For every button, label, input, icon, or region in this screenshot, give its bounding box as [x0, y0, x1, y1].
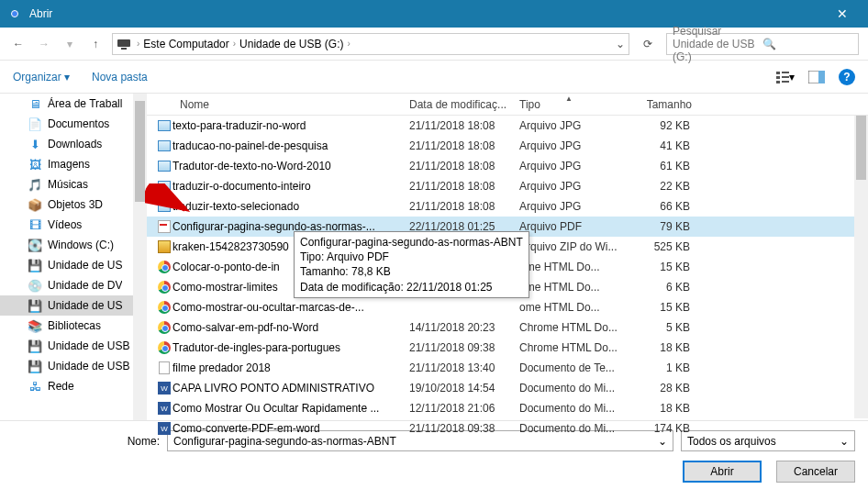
chrome-icon: [156, 300, 172, 315]
file-row[interactable]: WComo-converte-PDF-em-word21/11/2018 09:…: [147, 418, 868, 439]
sidebar-item-desktop[interactable]: 🖥Área de Traball: [0, 94, 147, 114]
file-row[interactable]: Como-salvar-em-pdf-no-Word14/11/2018 20:…: [147, 317, 868, 338]
svg-rect-0: [117, 39, 130, 47]
usb-icon: 💾: [28, 359, 42, 373]
search-input[interactable]: Pesquisar Unidade de USB (G:) 🔍: [666, 33, 859, 55]
svg-line-10: [147, 187, 185, 209]
preview-pane-button[interactable]: [807, 71, 826, 83]
sidebar-scrollbar[interactable]: [133, 94, 147, 420]
breadcrumb-root[interactable]: Este Computador: [143, 38, 228, 50]
file-row[interactable]: traduzir-texto-selecionado21/11/2018 18:…: [147, 196, 868, 217]
svg-rect-4: [776, 81, 780, 83]
file-scrollbar[interactable]: [854, 116, 868, 418]
up-button[interactable]: ↑: [86, 35, 105, 53]
svg-rect-1: [121, 48, 127, 50]
file-tooltip: Configurar-pagina-segundo-as-normas-ABNT…: [294, 231, 529, 298]
search-icon: 🔍: [762, 38, 852, 50]
cancel-button[interactable]: Cancelar: [776, 461, 855, 483]
sidebar-item-download[interactable]: ⬇Downloads: [0, 134, 147, 154]
lib-icon: 📚: [28, 318, 42, 333]
sidebar-item-net[interactable]: 🖧Rede: [0, 376, 147, 396]
svg-rect-3: [776, 76, 780, 79]
file-row[interactable]: Como-mostrar-ou-ocultar-marcas-de-...ome…: [147, 297, 868, 317]
breadcrumb-dropdown[interactable]: ⌄: [616, 38, 625, 50]
sidebar-item-doc[interactable]: 📄Documentos: [0, 114, 147, 134]
file-row[interactable]: texto-para-traduzir-no-word21/11/2018 18…: [147, 116, 868, 136]
close-icon[interactable]: ✕: [824, 6, 861, 21]
recent-dropdown[interactable]: ▾: [61, 35, 79, 53]
file-row[interactable]: WComo Mostrar Ou Ocultar Rapidamente ...…: [147, 398, 868, 418]
new-folder-button[interactable]: Nova pasta: [92, 71, 148, 83]
file-row[interactable]: filme predador 201821/11/2018 13:40Docum…: [147, 358, 868, 378]
chrome-icon: [156, 280, 172, 295]
file-row[interactable]: WCAPA LIVRO PONTO ADMINISTRATIVO19/10/20…: [147, 378, 868, 398]
filename-label: Nome:: [13, 435, 160, 448]
breadcrumb-leaf[interactable]: Unidade de USB (G:): [239, 38, 343, 50]
zip-icon: [156, 239, 172, 254]
word-icon: W: [156, 381, 172, 395]
word-icon: W: [156, 401, 172, 416]
navbar: ← → ▾ ↑ › Este Computador › Unidade de U…: [0, 28, 868, 61]
sort-asc-icon: ▲: [565, 94, 573, 103]
chevron-right-icon: ›: [233, 39, 236, 49]
column-headers: Nome Data de modificaç... ▲Tipo Tamanho: [147, 94, 868, 116]
search-placeholder: Pesquisar Unidade de USB (G:): [673, 25, 762, 63]
column-date[interactable]: Data de modificaç...: [404, 98, 514, 111]
file-row[interactable]: traduzir-o-documento-inteiro21/11/2018 1…: [147, 176, 868, 196]
column-type[interactable]: ▲Tipo: [514, 98, 624, 111]
music-icon: 🎵: [28, 177, 42, 192]
video-icon: 🎞: [28, 217, 42, 232]
sidebar-item-video[interactable]: 🎞Vídeos: [0, 215, 147, 235]
toolbar: Organizar ▾ Nova pasta ▾ ?: [0, 61, 868, 94]
images-icon: 🖼: [28, 157, 42, 172]
view-mode-button[interactable]: ▾: [776, 71, 795, 83]
chevron-right-icon: ›: [137, 39, 139, 49]
file-row[interactable]: Tradutor-de-ingles-para-portugues21/11/2…: [147, 338, 868, 358]
word-icon: W: [156, 421, 172, 436]
sidebar-item-lib[interactable]: 📚Bibliotecas: [0, 316, 147, 336]
sidebar-item-usb[interactable]: 💾Unidade de US: [0, 255, 147, 275]
download-icon: ⬇: [28, 137, 42, 151]
chrome-icon: [7, 6, 22, 21]
doc-icon: 📄: [28, 117, 42, 131]
file-row[interactable]: traducao-no-painel-de-pesquisa21/11/2018…: [147, 136, 868, 156]
help-icon[interactable]: ?: [839, 69, 855, 85]
column-name[interactable]: Nome: [174, 98, 404, 111]
pdf-icon: [156, 219, 172, 234]
sidebar-item-music[interactable]: 🎵Músicas: [0, 174, 147, 194]
organize-button[interactable]: Organizar ▾: [13, 71, 70, 83]
sidebar-item-usb[interactable]: 💾Unidade de USB: [0, 336, 147, 356]
open-button[interactable]: Abrir: [683, 461, 762, 483]
sidebar-item-images[interactable]: 🖼Imagens: [0, 154, 147, 174]
img-icon: [156, 118, 172, 133]
forward-button[interactable]: →: [35, 35, 53, 53]
sidebar-item-3d[interactable]: 📦Objetos 3D: [0, 194, 147, 215]
svg-rect-7: [782, 81, 789, 83]
3d-icon: 📦: [28, 197, 42, 212]
sidebar-item-usb[interactable]: 💾Unidade de USB: [0, 356, 147, 376]
svg-rect-5: [782, 72, 789, 73]
back-button[interactable]: ←: [9, 35, 28, 53]
column-size[interactable]: Tamanho: [624, 98, 697, 111]
breadcrumb[interactable]: › Este Computador › Unidade de USB (G:) …: [112, 33, 629, 55]
usb-icon: 💾: [28, 298, 42, 313]
sidebar-item-usb[interactable]: 💾Unidade de US: [0, 295, 147, 316]
usb-icon: 💾: [28, 339, 42, 353]
svg-rect-2: [776, 72, 780, 74]
chrome-icon: [156, 320, 172, 335]
sidebar-item-disk[interactable]: 💽Windows (C:): [0, 235, 147, 255]
svg-rect-6: [782, 76, 789, 78]
window-title: Abrir: [29, 7, 824, 20]
img-icon: [156, 139, 172, 153]
desktop-icon: 🖥: [28, 96, 42, 111]
refresh-button[interactable]: ⟳: [637, 38, 659, 50]
file-row[interactable]: Tradutor-de-texto-no-Word-201021/11/2018…: [147, 156, 868, 176]
sidebar: 🖥Área de Traball📄Documentos⬇Downloads🖼Im…: [0, 94, 147, 420]
chrome-icon: [156, 340, 172, 355]
img-icon: [156, 159, 172, 173]
txt-icon: [156, 361, 172, 375]
net-icon: 🖧: [28, 379, 42, 394]
sidebar-item-dvd[interactable]: 💿Unidade de DV: [0, 275, 147, 295]
titlebar: Abrir ✕: [0, 0, 868, 28]
chevron-right-icon: ›: [347, 39, 350, 49]
